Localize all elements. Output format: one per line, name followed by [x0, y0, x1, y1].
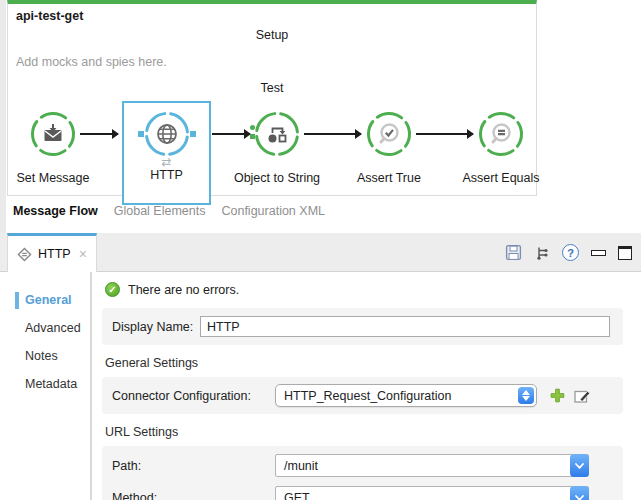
globe-icon: [155, 122, 179, 146]
url-settings-title: URL Settings: [105, 425, 623, 439]
general-settings-title: General Settings: [105, 356, 623, 370]
properties-toolbar: ?: [505, 233, 632, 272]
help-button[interactable]: ?: [562, 244, 579, 261]
connector-configuration-label: Connector Configuration:: [112, 389, 275, 403]
properties-tab-http[interactable]: HTTP ×: [7, 233, 97, 272]
hierarchy-icon: [534, 245, 550, 261]
flow-title: api-test-get: [16, 9, 83, 23]
node-assert-equals[interactable]: Assert Equals: [451, 111, 551, 185]
editor-view-tabs: Message Flow Global Elements Configurati…: [13, 204, 325, 218]
save-button[interactable]: [505, 244, 522, 261]
node-object-to-string[interactable]: Object to String: [227, 111, 327, 185]
select-stepper-icon[interactable]: [518, 387, 534, 404]
node-label: Set Message: [3, 171, 103, 185]
properties-side-nav: General Advanced Notes Metadata: [0, 272, 92, 500]
node-label: Object to String: [227, 171, 327, 185]
method-row: Method: GET: [112, 486, 613, 500]
sidebar-item-general[interactable]: General: [0, 293, 90, 308]
hierarchy-button[interactable]: [534, 245, 550, 261]
edit-configuration-button[interactable]: [574, 388, 591, 404]
general-settings-group: Connector Configuration: HTTP_Request_Co…: [102, 377, 623, 414]
chevron-down-icon[interactable]: [570, 454, 589, 477]
outbound-port: [190, 131, 196, 137]
display-name-group: Display Name:: [102, 308, 623, 345]
magnifier-equals-icon: [488, 121, 514, 147]
path-combo[interactable]: /munit: [275, 454, 589, 477]
transform-icon: [265, 122, 289, 146]
mocks-hint-text: Add mocks and spies here.: [16, 55, 167, 69]
node-set-message[interactable]: Set Message: [3, 111, 103, 185]
inbound-port: [138, 131, 144, 137]
flow-arrow: [80, 133, 118, 135]
add-configuration-button[interactable]: [550, 388, 565, 403]
tab-message-flow[interactable]: Message Flow: [13, 204, 98, 218]
munit-flow-container[interactable]: api-test-get Setup Add mocks and spies h…: [7, 0, 537, 196]
exchange-arrows-icon: ⇄: [124, 157, 209, 168]
url-settings-group: Path: /munit Method: GET: [102, 446, 623, 500]
display-name-input[interactable]: [200, 316, 610, 337]
path-label: Path:: [112, 459, 275, 473]
path-value: /munit: [284, 459, 318, 473]
properties-panel: HTTP × ?: [0, 233, 641, 500]
save-icon: [505, 244, 522, 261]
plus-icon: [550, 388, 565, 403]
status-text: There are no errors.: [128, 283, 239, 297]
close-icon[interactable]: ×: [79, 247, 87, 261]
validation-status: ✓ There are no errors.: [105, 282, 623, 297]
display-name-label: Display Name:: [112, 320, 200, 334]
mule-flow-icon: [17, 247, 32, 262]
maximize-button[interactable]: [618, 246, 632, 260]
envelope-icon: [41, 122, 65, 146]
node-label: HTTP: [124, 168, 209, 182]
connector-configuration-value: HTTP_Request_Configuration: [284, 389, 475, 403]
tab-global-elements[interactable]: Global Elements: [114, 204, 206, 218]
chevron-down-icon[interactable]: [570, 486, 589, 500]
sidebar-item-advanced[interactable]: Advanced: [0, 321, 90, 336]
test-section-label: Test: [8, 81, 536, 95]
transformer-output-dot: [250, 134, 255, 139]
setup-section-label: Setup: [8, 28, 536, 42]
sidebar-item-notes[interactable]: Notes: [0, 349, 90, 364]
tab-configuration-xml[interactable]: Configuration XML: [221, 204, 325, 218]
method-label: Method:: [112, 491, 275, 500]
minimize-button[interactable]: [591, 250, 606, 256]
transformer-input-dot: [250, 125, 255, 130]
connector-configuration-select[interactable]: HTTP_Request_Configuration: [275, 384, 537, 407]
success-check-icon: ✓: [105, 282, 120, 297]
method-combo[interactable]: GET: [275, 486, 589, 500]
properties-main: ✓ There are no errors. Display Name: Gen…: [92, 272, 641, 500]
sidebar-item-metadata[interactable]: Metadata: [0, 377, 90, 392]
method-value: GET: [284, 491, 310, 500]
node-label: Assert True: [339, 171, 439, 185]
node-assert-true[interactable]: Assert True: [339, 111, 439, 185]
node-label: Assert Equals: [451, 171, 551, 185]
path-row: Path: /munit: [112, 454, 613, 477]
node-http-selected[interactable]: ⇄ HTTP: [122, 101, 211, 205]
magnifier-check-icon: [376, 121, 402, 147]
properties-tab-label: HTTP: [38, 247, 71, 261]
properties-tabbar: HTTP × ?: [0, 233, 641, 272]
edit-icon: [574, 388, 591, 404]
properties-content: General Advanced Notes Metadata ✓ There …: [0, 272, 641, 500]
